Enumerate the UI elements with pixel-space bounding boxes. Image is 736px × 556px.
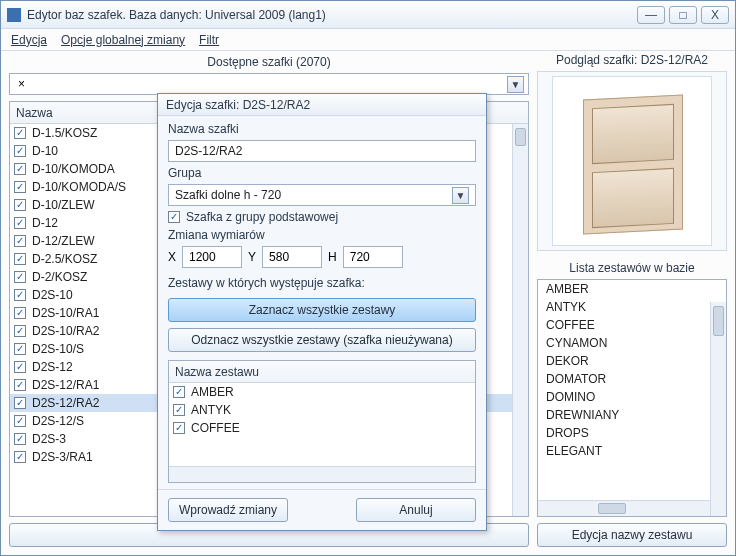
checkbox-checked-icon[interactable]: ✓ — [173, 386, 185, 398]
checkbox-checked-icon[interactable]: ✓ — [14, 217, 26, 229]
list-item[interactable]: DREWNIANY — [538, 406, 726, 424]
preview-title: Podgląd szafki: D2S-12/RA2 — [537, 53, 727, 71]
cabinet-name-input[interactable]: D2S-12/RA2 — [168, 140, 476, 162]
dim-x-value: 1200 — [189, 250, 216, 264]
menu-global-options[interactable]: Opcje globalnej zmiany — [61, 33, 185, 47]
checkbox-checked-icon[interactable]: ✓ — [14, 397, 26, 409]
table-row[interactable]: ✓ANTYK — [169, 401, 475, 419]
sets-hscrollbar[interactable] — [538, 500, 710, 516]
checkbox-checked-icon[interactable]: ✓ — [14, 433, 26, 445]
label-group: Grupa — [168, 166, 476, 180]
table-row[interactable]: ✓COFFEE — [169, 419, 475, 437]
preview-box — [537, 71, 727, 251]
chevron-down-icon[interactable]: ▼ — [452, 187, 469, 204]
close-button[interactable]: X — [701, 6, 729, 24]
checkbox-checked-icon[interactable]: ✓ — [14, 271, 26, 283]
checkbox-checked-icon[interactable]: ✓ — [168, 211, 180, 223]
menubar: Edycja Opcje globalnej zmiany Filtr — [1, 29, 735, 51]
row-label: D2S-3/RA1 — [32, 450, 93, 464]
list-item[interactable]: CYNAMON — [538, 334, 726, 352]
dim-y-value: 580 — [269, 250, 289, 264]
scrollbar-thumb[interactable] — [515, 128, 526, 146]
row-label: D2S-12/RA1 — [32, 378, 99, 392]
group-select[interactable]: Szafki dolne h - 720 ▼ — [168, 184, 476, 206]
basic-group-checkbox-row[interactable]: ✓ Szafka z grupy podstawowej — [168, 210, 476, 224]
checkbox-checked-icon[interactable]: ✓ — [14, 127, 26, 139]
checkbox-checked-icon[interactable]: ✓ — [14, 181, 26, 193]
list-item[interactable]: AMBER — [538, 280, 726, 298]
dim-y-label: Y — [248, 250, 256, 264]
list-item[interactable]: COFFEE — [538, 316, 726, 334]
menu-filter[interactable]: Filtr — [199, 33, 219, 47]
scrollbar-thumb[interactable] — [713, 306, 724, 336]
checkbox-checked-icon[interactable]: ✓ — [14, 343, 26, 355]
row-label: D-1.5/KOSZ — [32, 126, 97, 140]
checkbox-checked-icon[interactable]: ✓ — [173, 422, 185, 434]
label-dimensions: Zmiana wymiarów — [168, 228, 476, 242]
minimize-button[interactable]: — — [637, 6, 665, 24]
sets-list-title: Lista zestawów w bazie — [537, 259, 727, 277]
hscroll-thumb[interactable] — [598, 503, 626, 514]
sets-scrollbar[interactable] — [710, 302, 726, 516]
row-label: ANTYK — [191, 403, 231, 417]
checkbox-checked-icon[interactable]: ✓ — [14, 307, 26, 319]
dim-x-input[interactable]: 1200 — [182, 246, 242, 268]
row-label: D-10/KOMODA/S — [32, 180, 126, 194]
list-item[interactable]: ELEGANT — [538, 442, 726, 460]
checkbox-checked-icon[interactable]: ✓ — [14, 199, 26, 211]
deselect-all-sets-button[interactable]: Odznacz wszystkie zestawy (szafka nieuży… — [168, 328, 476, 352]
checkbox-checked-icon[interactable]: ✓ — [14, 451, 26, 463]
row-label: D2S-12/RA2 — [32, 396, 99, 410]
dim-h-value: 720 — [350, 250, 370, 264]
table-row[interactable]: ✓AMBER — [169, 383, 475, 401]
chevron-down-icon[interactable]: ▼ — [507, 76, 524, 93]
list-item[interactable]: DROPS — [538, 424, 726, 442]
row-label: D2S-12 — [32, 360, 73, 374]
dim-y-input[interactable]: 580 — [262, 246, 322, 268]
label-cabinet-name: Nazwa szafki — [168, 122, 476, 136]
apply-changes-button[interactable]: Wprowadź zmiany — [168, 498, 288, 522]
row-label: D2S-10/RA1 — [32, 306, 99, 320]
cancel-button[interactable]: Anuluj — [356, 498, 476, 522]
app-icon — [7, 8, 21, 22]
col-name-header[interactable]: Nazwa — [10, 106, 59, 120]
filter-combo[interactable]: × ▼ — [9, 73, 529, 95]
checkbox-checked-icon[interactable]: ✓ — [14, 361, 26, 373]
row-label: D2S-10/S — [32, 342, 84, 356]
checkbox-checked-icon[interactable]: ✓ — [14, 163, 26, 175]
checkbox-checked-icon[interactable]: ✓ — [14, 415, 26, 427]
checkbox-checked-icon[interactable]: ✓ — [14, 235, 26, 247]
list-item[interactable]: DOMINO — [538, 388, 726, 406]
dialog-col-set-header[interactable]: Nazwa zestawu — [169, 365, 265, 379]
titlebar: Edytor baz szafek. Baza danych: Universa… — [1, 1, 735, 29]
select-all-sets-button[interactable]: Zaznacz wszystkie zestawy — [168, 298, 476, 322]
cabinet-scrollbar[interactable] — [512, 124, 528, 516]
filter-combo-value: × — [18, 77, 25, 91]
row-label: D-10 — [32, 144, 58, 158]
dialog-sets-hscrollbar[interactable] — [169, 466, 475, 482]
sets-listbox[interactable]: AMBERANTYKCOFFEECYNAMONDEKORDOMATORDOMIN… — [537, 279, 727, 517]
checkbox-checked-icon[interactable]: ✓ — [14, 253, 26, 265]
preview-pane: Podgląd szafki: D2S-12/RA2 Lista zestawó… — [537, 53, 727, 547]
edit-set-name-button[interactable]: Edycja nazwy zestawu — [537, 523, 727, 547]
checkbox-checked-icon[interactable]: ✓ — [14, 325, 26, 337]
row-label: D2S-3 — [32, 432, 66, 446]
label-sets-occur: Zestawy w których występuje szafka: — [168, 276, 476, 290]
dim-h-label: H — [328, 250, 337, 264]
maximize-button[interactable]: □ — [669, 6, 697, 24]
row-label: D-10/KOMODA — [32, 162, 115, 176]
list-item[interactable]: DEKOR — [538, 352, 726, 370]
menu-edit[interactable]: Edycja — [11, 33, 47, 47]
row-label: D2S-12/S — [32, 414, 84, 428]
checkbox-checked-icon[interactable]: ✓ — [173, 404, 185, 416]
list-item[interactable]: DOMATOR — [538, 370, 726, 388]
available-header: Dostępne szafki (2070) — [9, 53, 529, 71]
list-item[interactable]: ANTYK — [538, 298, 726, 316]
checkbox-checked-icon[interactable]: ✓ — [14, 145, 26, 157]
dim-x-label: X — [168, 250, 176, 264]
checkbox-checked-icon[interactable]: ✓ — [14, 379, 26, 391]
dialog-title: Edycja szafki: D2S-12/RA2 — [158, 94, 486, 116]
row-label: D2S-10 — [32, 288, 73, 302]
checkbox-checked-icon[interactable]: ✓ — [14, 289, 26, 301]
dim-h-input[interactable]: 720 — [343, 246, 403, 268]
